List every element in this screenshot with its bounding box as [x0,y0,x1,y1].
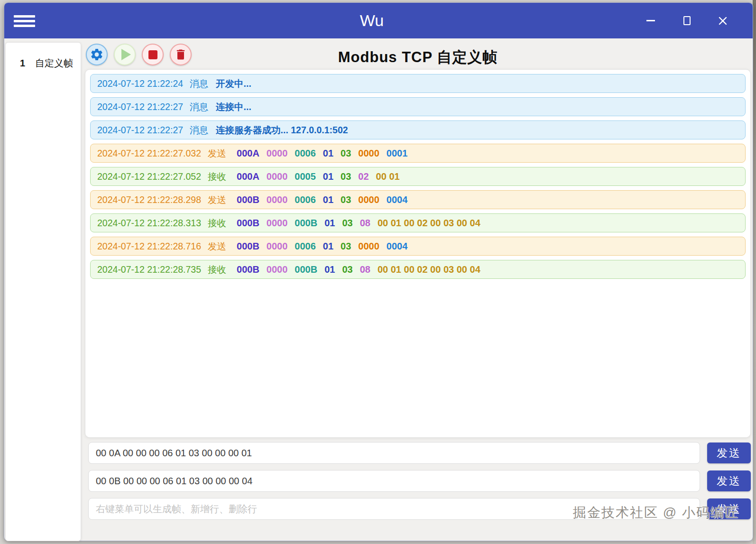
log-timestamp: 2024-07-12 21:22:28.735 [97,264,201,275]
hex-token-fc: 03 [341,148,351,159]
titlebar: Wu [4,3,753,38]
send-frame-button[interactable]: 发送 [707,470,751,491]
log-hex-frame: 000B00000006010300000004 [237,194,407,205]
hex-token-len: 0006 [295,241,316,252]
hex-token-len: 0006 [295,194,316,205]
hex-token-fc: 03 [342,264,352,275]
sidebar-item-custom-frame[interactable]: 1 自定义帧 [6,43,81,70]
hex-token-bc: 08 [360,218,370,229]
hex-token-fc: 03 [341,194,351,205]
hex-token-qty: 0004 [387,194,408,205]
log-message: 连接中... [216,101,251,113]
log-timestamp: 2024-07-12 21:22:27.032 [97,148,201,159]
log-timestamp: 2024-07-12 21:22:24 [97,78,183,89]
app-window: Wu 1 自定义帧 [4,2,753,541]
log-message: 开发中... [216,77,251,90]
log-row-info[interactable]: 2024-07-12 21:22:24消息开发中... [90,74,746,93]
watermark: 掘金技术社区 @ 小码编匠 [573,504,739,522]
hex-token-tid: 000A [237,148,259,159]
log-hex-frame: 000B0000000B01030800 01 00 02 00 03 00 0… [237,218,480,229]
close-icon [718,16,728,26]
log-timestamp: 2024-07-12 21:22:27 [97,125,183,136]
log-direction-tag: 消息 [190,124,208,137]
sidebar-item-index: 1 [20,58,35,69]
log-hex-frame: 000A0000000501030200 01 [237,171,400,182]
log-direction-tag: 接收 [208,263,226,276]
hex-token-pid: 0000 [267,194,288,205]
window-controls [645,3,728,38]
log-direction-tag: 消息 [190,101,208,113]
log-row-send[interactable]: 2024-07-12 21:22:28.716发送000B00000006010… [90,237,746,256]
log-timestamp: 2024-07-12 21:22:28.716 [97,241,201,252]
hex-token-uid: 01 [324,218,335,229]
hex-token-uid: 01 [324,264,335,275]
log-panel: 2024-07-12 21:22:24消息开发中...2024-07-12 21… [85,69,751,438]
close-button[interactable] [718,16,728,26]
hex-token-pid: 0000 [267,148,288,159]
log-direction-tag: 接收 [208,170,226,183]
log-hex-frame: 000A00000006010300000001 [237,148,407,159]
log-direction-tag: 消息 [190,77,208,90]
log-direction-tag: 接收 [208,217,226,230]
hex-token-tid: 000B [237,218,259,229]
hex-token-uid: 01 [323,241,333,252]
send-frame-button[interactable]: 发送 [707,443,751,463]
frame-hex-input[interactable] [88,442,700,464]
hex-token-fc: 03 [342,218,352,229]
hex-token-len: 000B [295,218,317,229]
log-row-info[interactable]: 2024-07-12 21:22:27消息连接中... [90,97,746,116]
minimize-button[interactable] [645,16,656,26]
hex-token-addr: 0000 [358,194,379,205]
hex-token-tid: 000B [237,241,259,252]
log-row-info[interactable]: 2024-07-12 21:22:27消息连接服务器成功... 127.0.0.… [90,120,746,139]
log-row-recv[interactable]: 2024-07-12 21:22:27.052接收000A00000005010… [90,167,746,186]
log-row-recv[interactable]: 2024-07-12 21:22:28.735接收000B0000000B010… [90,260,746,279]
log-timestamp: 2024-07-12 21:22:27 [97,101,183,112]
hex-token-bc: 08 [360,264,370,275]
log-hex-frame: 000B00000006010300000004 [237,241,407,252]
sidebar: 1 自定义帧 [5,42,81,541]
log-direction-tag: 发送 [208,194,226,206]
hex-token-data: 00 01 00 02 00 03 00 04 [378,218,480,229]
hex-token-tid: 000B [237,264,259,275]
composer-row: 发送 [85,442,751,464]
hex-token-bc: 02 [358,171,369,182]
sidebar-item-label: 自定义帧 [35,57,73,70]
hex-token-tid: 000B [237,194,259,205]
background-strip [753,0,756,544]
hex-token-pid: 0000 [267,171,288,182]
maximize-icon [683,16,691,25]
hex-token-qty: 0001 [387,148,408,159]
composer-row: 发送 [85,470,751,492]
hex-token-tid: 000A [237,171,259,182]
hex-token-qty: 0004 [387,241,408,252]
hex-token-addr: 0000 [358,241,379,252]
hex-token-len: 0005 [295,171,316,182]
frame-hex-input[interactable] [88,470,700,492]
log-direction-tag: 发送 [208,147,226,160]
hex-token-len: 000B [295,264,317,275]
hex-token-data: 00 01 00 02 00 03 00 04 [378,264,480,275]
log-message: 连接服务器成功... 127.0.0.1:502 [216,124,348,137]
app-title: Wu [0,3,746,38]
hex-token-data: 00 01 [376,171,400,182]
hex-token-len: 0006 [295,148,316,159]
hex-token-addr: 0000 [358,148,379,159]
log-row-recv[interactable]: 2024-07-12 21:22:28.313接收000B0000000B010… [90,213,746,232]
log-row-send[interactable]: 2024-07-12 21:22:27.032发送000A00000006010… [90,144,746,163]
hex-token-uid: 01 [323,194,333,205]
hex-token-fc: 03 [341,241,351,252]
hex-token-uid: 01 [323,171,333,182]
hex-token-fc: 03 [341,171,351,182]
hex-token-uid: 01 [323,148,333,159]
log-row-send[interactable]: 2024-07-12 21:22:28.298发送000B00000006010… [90,190,746,209]
hex-token-pid: 0000 [267,241,288,252]
page-title: Modbus TCP 自定义帧 [85,47,751,67]
log-timestamp: 2024-07-12 21:22:27.052 [97,171,201,182]
log-timestamp: 2024-07-12 21:22:28.313 [97,218,201,229]
hex-token-pid: 0000 [267,218,288,229]
hex-token-pid: 0000 [267,264,288,275]
log-hex-frame: 000B0000000B01030800 01 00 02 00 03 00 0… [237,264,480,275]
maximize-button[interactable] [682,16,692,26]
minimize-icon [646,20,655,21]
